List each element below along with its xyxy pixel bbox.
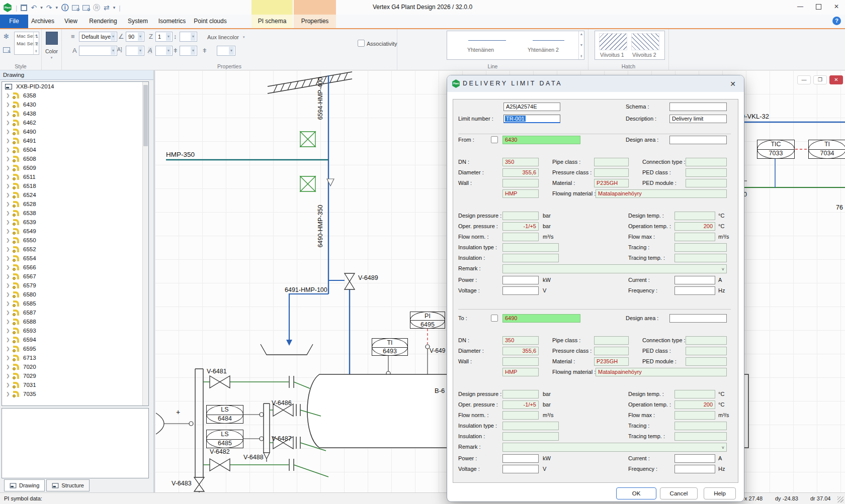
tree-scrollbar-thumb[interactable] bbox=[143, 85, 148, 146]
tree-item[interactable]: ❯ 6579 bbox=[2, 281, 148, 290]
tab-pi-schema[interactable]: PI schema bbox=[251, 15, 293, 28]
chevron-right-icon[interactable]: ❯ bbox=[6, 319, 11, 324]
to-flowing-material-field[interactable]: Matalapainehöyry bbox=[596, 368, 727, 376]
tree-item[interactable]: ❯ 6580 bbox=[2, 290, 148, 299]
instrument-PI-6495[interactable]: PI6495 bbox=[410, 312, 445, 329]
dialog-header[interactable]: Plant DELIVERY LIMIT DATA ✕ bbox=[447, 75, 744, 92]
chevron-right-icon[interactable]: ❯ bbox=[6, 292, 11, 297]
chevron-right-icon[interactable]: ❯ bbox=[6, 283, 11, 288]
chevron-right-icon[interactable]: ❯ bbox=[6, 229, 11, 234]
layers-combobox[interactable]: Default layers bbox=[79, 32, 117, 42]
tree-item[interactable]: ❯ 6587 bbox=[2, 308, 148, 317]
hatch-sample-2[interactable] bbox=[631, 33, 659, 50]
line-label-6491-HMP-100[interactable]: 6491-HMP-100 bbox=[285, 286, 327, 293]
chevron-right-icon[interactable]: ❯ bbox=[6, 174, 11, 179]
chevron-right-icon[interactable]: ❯ bbox=[6, 211, 11, 216]
to-tag-field[interactable]: 6490 bbox=[502, 314, 580, 323]
hatch-label-2[interactable]: Viivoitus 2 bbox=[632, 52, 656, 58]
chevron-right-icon[interactable]: ❯ bbox=[6, 373, 11, 378]
to-operation-temp-field[interactable]: 200 bbox=[674, 400, 715, 409]
close-button[interactable]: ✕ bbox=[832, 3, 841, 11]
text-style-combobox[interactable] bbox=[79, 46, 117, 56]
valve-label-V-6482[interactable]: V-6482 bbox=[210, 448, 230, 455]
tree-scrollbar[interactable] bbox=[142, 82, 148, 406]
tree-item[interactable]: ❯ 6549 bbox=[2, 227, 148, 236]
tree-item[interactable]: ❯ 7029 bbox=[2, 371, 148, 380]
to-frequency-field[interactable] bbox=[674, 465, 715, 473]
to-connection-type-field[interactable] bbox=[686, 336, 727, 345]
resize-grip[interactable] bbox=[837, 496, 843, 502]
from-operation-temp-field[interactable]: 200 bbox=[674, 222, 715, 231]
to-insulation-field[interactable] bbox=[502, 432, 559, 441]
instrument-TIC-7033[interactable]: TIC7033 bbox=[757, 140, 795, 159]
tree-item[interactable]: ❯ 6508 bbox=[2, 154, 148, 163]
limit-number-field[interactable]: TR-001 bbox=[503, 115, 560, 123]
chevron-right-icon[interactable]: ❯ bbox=[6, 301, 11, 306]
chevron-right-icon[interactable]: ❯ bbox=[6, 391, 11, 396]
pipe-6491-HMP-100[interactable] bbox=[289, 294, 328, 342]
tree-item[interactable]: ❯ 6509 bbox=[2, 163, 148, 172]
tree-item[interactable]: ❯ 6539 bbox=[2, 218, 148, 227]
tab-isometrics[interactable]: Isometrics bbox=[156, 15, 188, 28]
help-button[interactable]: ? bbox=[832, 17, 841, 25]
chevron-right-icon[interactable]: ❯ bbox=[6, 192, 11, 197]
tree-item[interactable]: ❯ 7020 bbox=[2, 362, 148, 371]
style-stamp-icon[interactable]: ✎ bbox=[3, 47, 10, 53]
line-style-label-1[interactable]: Yhtenäinen bbox=[467, 47, 494, 53]
hatch-scale-combobox[interactable] bbox=[155, 46, 173, 56]
from-diameter-field[interactable]: 355,6 bbox=[502, 168, 539, 177]
maximize-button[interactable] bbox=[814, 3, 823, 11]
to-ped-module-field[interactable] bbox=[686, 357, 727, 366]
from-design-pressure-field[interactable] bbox=[502, 212, 539, 220]
angle-combobox[interactable]: 90 bbox=[126, 32, 144, 42]
mac-set-listbox[interactable]: Mac Set 1 Mac Set 2 ▲▼⇟ bbox=[14, 32, 39, 55]
from-oper-pressure-field[interactable]: -1/+5 bbox=[502, 222, 539, 231]
chevron-right-icon[interactable]: ❯ bbox=[6, 328, 11, 333]
aux-linecolor-combobox[interactable] bbox=[217, 46, 235, 56]
aux-linecolor-label[interactable]: Aux linecolor bbox=[207, 34, 239, 40]
chevron-right-icon[interactable]: ❯ bbox=[6, 346, 11, 351]
valve-label-V-6486[interactable]: V-6486 bbox=[272, 399, 292, 407]
cancel-button[interactable]: Cancel bbox=[660, 487, 698, 499]
description-field[interactable]: Delivery limit bbox=[669, 115, 727, 123]
schema-field[interactable] bbox=[669, 103, 727, 111]
from-tag-field[interactable]: 6430 bbox=[502, 136, 580, 144]
from-checkbox[interactable] bbox=[491, 136, 498, 143]
line-label-6594-HMP-400[interactable]: 6594-HMP-400 bbox=[317, 75, 324, 122]
tab-rendering[interactable]: Rendering bbox=[87, 15, 120, 28]
mixer-symbol-1[interactable] bbox=[300, 132, 315, 147]
line-spacing-combobox[interactable] bbox=[180, 32, 197, 42]
chevron-right-icon[interactable]: ❯ bbox=[6, 138, 11, 143]
tree-item[interactable]: ❯ 6552 bbox=[2, 245, 148, 254]
line-gallery-spinner[interactable]: ▲▼⇟ bbox=[578, 31, 584, 59]
tree-item[interactable]: ❯ 7031 bbox=[2, 380, 148, 389]
tree-item[interactable]: ❯ 6358 bbox=[2, 91, 148, 100]
tree-item[interactable]: ❯ 6430 bbox=[2, 100, 148, 109]
to-remark-combobox[interactable]: ˅ bbox=[502, 443, 727, 452]
chevron-right-icon[interactable]: ❯ bbox=[6, 355, 11, 360]
dialog-close-icon[interactable]: ✕ bbox=[728, 80, 737, 88]
line-style-label-2[interactable]: Yhtenäinen 2 bbox=[528, 47, 559, 53]
tree-item[interactable]: ❯ 6518 bbox=[2, 181, 148, 190]
from-design-temp-field[interactable] bbox=[674, 212, 715, 220]
from-flowing-material-field[interactable]: Matalapainehöyry bbox=[596, 189, 727, 198]
to-current-field[interactable] bbox=[674, 454, 715, 463]
from-connection-type-field[interactable] bbox=[686, 158, 727, 166]
chevron-right-icon[interactable]: ❯ bbox=[6, 256, 11, 261]
tree-item[interactable]: ❯ 6595 bbox=[2, 344, 148, 353]
to-insulation-type-field[interactable] bbox=[502, 422, 559, 430]
tree-item[interactable]: ❯ 6528 bbox=[2, 199, 148, 209]
z-level-combobox[interactable]: 1 bbox=[155, 32, 173, 42]
from-dn-field[interactable]: 350 bbox=[502, 158, 539, 166]
hatch-sample-1[interactable] bbox=[599, 33, 627, 50]
color-swatch[interactable] bbox=[46, 32, 58, 45]
sidebar-tab-drawing[interactable]: Drawing bbox=[4, 479, 45, 491]
valve-label-V-6487[interactable]: V-6487 bbox=[272, 435, 292, 442]
from-insulation-type-field[interactable] bbox=[502, 243, 559, 252]
chevron-right-icon[interactable]: ❯ bbox=[6, 265, 11, 270]
from-ped-module-field[interactable] bbox=[686, 179, 727, 187]
ok-button[interactable]: OK bbox=[616, 487, 656, 499]
from-pipe-class-field[interactable] bbox=[594, 158, 629, 166]
instrument-LS-6484[interactable]: LS6484 bbox=[206, 405, 243, 424]
from-remark-combobox[interactable]: ˅ bbox=[502, 264, 727, 273]
